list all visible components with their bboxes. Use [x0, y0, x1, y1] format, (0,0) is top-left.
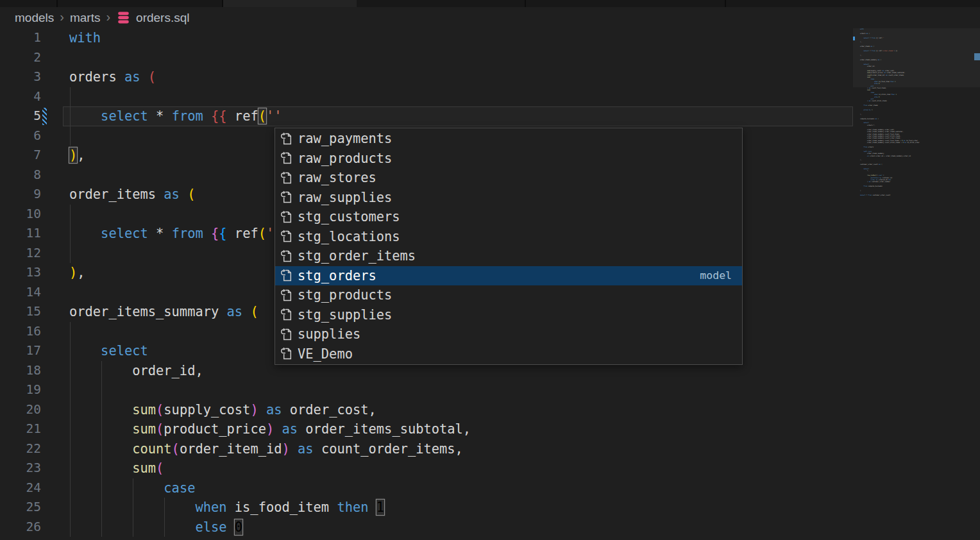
model-file-icon — [280, 289, 293, 302]
line-number: 3 — [0, 67, 41, 87]
line-number: 18 — [0, 361, 41, 381]
line-number: 14 — [0, 283, 41, 303]
code-text: case — [69, 478, 195, 498]
suggest-item-label: VE_Demo — [298, 346, 353, 362]
indent-guide — [101, 380, 102, 400]
tab[interactable] — [357, 0, 525, 7]
code-line[interactable]: 21 sum(product_price) as order_items_sub… — [0, 419, 853, 439]
tab-separator — [222, 0, 223, 7]
model-file-icon — [280, 230, 293, 243]
line-number: 11 — [0, 224, 41, 244]
suggest-item-label: raw_stores — [298, 170, 376, 185]
tab-strip — [0, 0, 980, 7]
code-text: sum( — [69, 459, 164, 478]
suggest-item-label: raw_supplies — [298, 190, 392, 205]
minimap[interactable]: withorders as ( select * from {{ ref('')… — [854, 28, 974, 201]
modified-line-marker — [974, 53, 980, 60]
suggest-item-label: stg_locations — [298, 229, 400, 244]
code-text: with — [69, 28, 101, 48]
breadcrumb-file-name[interactable]: orders.sql — [136, 11, 189, 25]
tab-separator — [525, 0, 526, 7]
line-number: 8 — [0, 165, 41, 185]
breadcrumb-item-models[interactable]: models — [15, 11, 54, 25]
code-text: orders as ( — [69, 67, 156, 87]
code-line[interactable]: 5 select * from {{ ref('' — [0, 106, 853, 126]
suggest-widget: raw_paymentsraw_productsraw_storesraw_su… — [275, 128, 743, 365]
suggest-item-label: raw_payments — [298, 131, 392, 146]
code-text: select * from {{ ref('' — [69, 106, 282, 126]
model-file-icon — [280, 171, 293, 185]
suggest-item[interactable]: raw_stores — [275, 168, 742, 188]
code-line[interactable]: 4 — [0, 87, 853, 107]
minimap-git-modified-indicator — [853, 37, 855, 40]
indent-guide — [70, 205, 71, 224]
indent-guide — [70, 380, 71, 400]
code-text: order_id, — [69, 361, 203, 381]
code-text: select * from {{ ref(' — [69, 224, 274, 244]
code-line[interactable]: 23 sum( — [0, 459, 853, 478]
tab[interactable] — [0, 0, 56, 7]
breadcrumb-item-marts[interactable]: marts — [70, 11, 101, 25]
code-line[interactable]: 3orders as ( — [0, 67, 853, 87]
line-number: 1 — [0, 28, 41, 48]
code-line[interactable]: 25 when is_food_item then 1 — [0, 498, 853, 518]
suggest-item[interactable]: stg_products — [275, 285, 742, 305]
vscode-editor-window: models › marts › orders.sql 1with23order… — [0, 0, 980, 540]
code-line[interactable]: 26 else 0 — [0, 518, 853, 537]
line-number: 12 — [0, 244, 41, 264]
line-number: 7 — [0, 146, 41, 165]
tab-active[interactable] — [223, 0, 357, 7]
suggest-item-label: stg_supplies — [298, 307, 392, 323]
code-line[interactable]: 2 — [0, 48, 853, 68]
line-number: 23 — [0, 459, 41, 478]
suggest-item-detail: model — [700, 269, 732, 282]
suggest-item-label: raw_products — [298, 151, 392, 166]
suggest-item[interactable]: stg_locations — [275, 227, 742, 247]
suggest-item-label: stg_order_items — [298, 248, 416, 264]
code-line[interactable]: 1with — [0, 28, 853, 48]
code-line[interactable]: 20 sum(supply_cost) as order_cost, — [0, 400, 853, 420]
model-file-icon — [280, 328, 293, 341]
suggest-item[interactable]: stg_order_items — [275, 246, 742, 266]
model-file-icon — [280, 269, 293, 282]
line-number: 26 — [0, 518, 41, 537]
model-file-icon — [280, 151, 293, 165]
suggest-item-label: stg_products — [298, 287, 392, 303]
line-number: 22 — [0, 439, 41, 459]
code-text: order_items_summary as ( — [69, 302, 258, 322]
code-text: when is_food_item then 1 — [69, 498, 384, 518]
line-number: 10 — [0, 205, 41, 224]
indent-guide — [70, 87, 71, 107]
line-number: 5 — [0, 106, 41, 126]
line-number: 17 — [0, 341, 41, 361]
suggest-item[interactable]: stg_customers — [275, 207, 742, 227]
suggest-item[interactable]: stg_supplies — [275, 305, 742, 325]
code-line[interactable]: 19 — [0, 380, 853, 400]
database-icon — [116, 10, 131, 25]
overview-ruler[interactable] — [974, 28, 980, 540]
line-number: 15 — [0, 302, 41, 322]
suggest-item-selected[interactable]: stg_ordersmodel — [275, 266, 742, 286]
line-number: 9 — [0, 185, 41, 205]
suggest-item[interactable]: raw_payments — [275, 129, 742, 149]
line-number: 24 — [0, 478, 41, 498]
code-text: ), — [69, 146, 85, 165]
code-line[interactable]: 24 case — [0, 478, 853, 498]
git-modified-indicator[interactable] — [42, 108, 47, 125]
code-line[interactable]: 22 count(order_item_id) as count_order_i… — [0, 439, 853, 459]
indent-guide — [70, 126, 71, 146]
tab[interactable] — [526, 0, 725, 7]
line-number: 21 — [0, 419, 41, 439]
tab[interactable] — [58, 0, 222, 7]
line-number: 6 — [0, 126, 41, 146]
model-file-icon — [280, 132, 293, 146]
line-number: 4 — [0, 87, 41, 107]
suggest-item[interactable]: supplies — [275, 325, 742, 344]
indent-guide — [70, 322, 71, 342]
suggest-item[interactable]: VE_Demo — [275, 344, 742, 364]
indent-guide — [70, 244, 71, 264]
code-text: sum(supply_cost) as order_cost, — [69, 400, 376, 420]
suggest-item[interactable]: raw_supplies — [275, 188, 742, 208]
suggest-item[interactable]: raw_products — [275, 149, 742, 169]
model-file-icon — [280, 190, 293, 204]
